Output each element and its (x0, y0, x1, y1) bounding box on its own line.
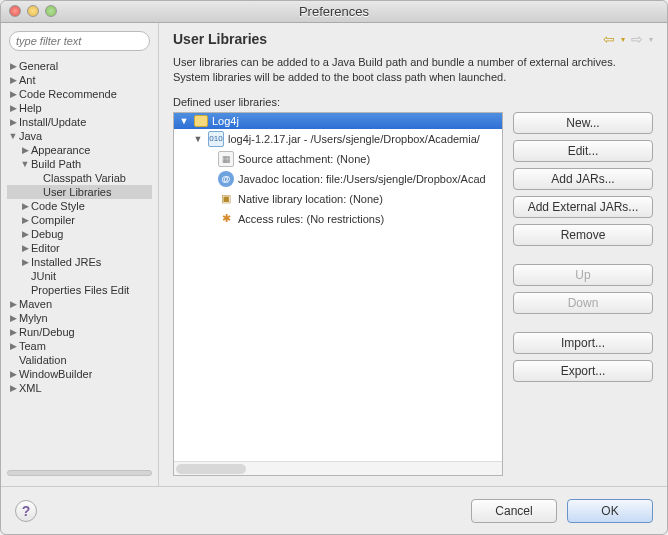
javadoc-row[interactable]: @ Javadoc location: file:/Users/sjengle/… (174, 169, 502, 189)
tree-item[interactable]: ▶XML (7, 381, 152, 395)
access-icon: ✱ (218, 211, 234, 227)
tree-item-label: JUnit (31, 270, 56, 282)
library-name: Log4j (212, 115, 239, 127)
new-button[interactable]: New... (513, 112, 653, 134)
disclosure-icon[interactable]: ▼ (178, 116, 190, 126)
disclosure-icon[interactable]: ▶ (7, 327, 19, 337)
tree-item[interactable]: ▶Ant (7, 73, 152, 87)
library-root[interactable]: ▼ Log4j (174, 113, 502, 129)
tree-item[interactable]: Classpath Variab (7, 171, 152, 185)
tree-item[interactable]: Properties Files Edit (7, 283, 152, 297)
disclosure-icon[interactable]: ▶ (7, 369, 19, 379)
up-button[interactable]: Up (513, 264, 653, 286)
access-row[interactable]: ✱ Access rules: (No restrictions) (174, 209, 502, 229)
tree-item[interactable]: ▶Maven (7, 297, 152, 311)
disclosure-icon[interactable]: ▼ (192, 134, 204, 144)
nav-history: ⇦▾ ⇨▾ (603, 31, 653, 47)
disclosure-icon[interactable]: ▶ (7, 61, 19, 71)
main: ▶General▶Ant▶Code Recommende▶Help▶Instal… (1, 23, 667, 486)
access-label: Access rules: (No restrictions) (238, 213, 384, 225)
disclosure-icon[interactable]: ▼ (7, 131, 19, 141)
disclosure-icon[interactable]: ▶ (7, 89, 19, 99)
tree-item[interactable]: ▶Install/Update (7, 115, 152, 129)
help-icon[interactable]: ? (15, 500, 37, 522)
tree-item[interactable]: ▶WindowBuilder (7, 367, 152, 381)
tree-item-label: Maven (19, 298, 52, 310)
disclosure-icon[interactable]: ▶ (7, 103, 19, 113)
back-menu-icon[interactable]: ▾ (621, 35, 625, 44)
tree-item[interactable]: ▶Editor (7, 241, 152, 255)
close-icon[interactable] (9, 5, 21, 17)
tree-item[interactable]: ▶Team (7, 339, 152, 353)
button-column: New... Edit... Add JARs... Add External … (513, 112, 653, 476)
javadoc-icon: @ (218, 171, 234, 187)
edit-button[interactable]: Edit... (513, 140, 653, 162)
forward-menu-icon[interactable]: ▾ (649, 35, 653, 44)
tree-item-label: Code Style (31, 200, 85, 212)
tree-item[interactable]: Validation (7, 353, 152, 367)
forward-icon[interactable]: ⇨ (631, 31, 643, 47)
ok-button[interactable]: OK (567, 499, 653, 523)
tree-item[interactable]: User Libraries (7, 185, 152, 199)
window-title: Preferences (299, 4, 369, 19)
libraries-list[interactable]: ▼ Log4j ▼ 010 log4j-1.2.17.jar - /Users/… (173, 112, 503, 476)
tree-item[interactable]: ▶Help (7, 101, 152, 115)
filter-wrap (9, 31, 150, 51)
tree-item[interactable]: ▶Run/Debug (7, 325, 152, 339)
tree-item-label: Build Path (31, 158, 81, 170)
sidebar-scrollbar[interactable] (1, 460, 158, 486)
disclosure-icon[interactable]: ▶ (7, 75, 19, 85)
cancel-button[interactable]: Cancel (471, 499, 557, 523)
back-icon[interactable]: ⇦ (603, 31, 615, 47)
disclosure-icon[interactable]: ▼ (19, 159, 31, 169)
tree-item[interactable]: ▶Mylyn (7, 311, 152, 325)
source-attachment-row[interactable]: ▦ Source attachment: (None) (174, 149, 502, 169)
tree-item[interactable]: ▶Code Recommende (7, 87, 152, 101)
minimize-icon[interactable] (27, 5, 39, 17)
tree-item-label: General (19, 60, 58, 72)
tree-item-label: Install/Update (19, 116, 86, 128)
tree-item-label: Validation (19, 354, 67, 366)
tree-item[interactable]: JUnit (7, 269, 152, 283)
disclosure-icon[interactable]: ▶ (19, 145, 31, 155)
disclosure-icon[interactable]: ▶ (7, 383, 19, 393)
filter-input[interactable] (9, 31, 150, 51)
down-button[interactable]: Down (513, 292, 653, 314)
tree-item[interactable]: ▶Code Style (7, 199, 152, 213)
tree-item-label: Editor (31, 242, 60, 254)
add-external-jars-button[interactable]: Add External JARs... (513, 196, 653, 218)
libraries-hscroll[interactable] (174, 461, 502, 475)
titlebar: Preferences (1, 1, 667, 23)
import-button[interactable]: Import... (513, 332, 653, 354)
add-jars-button[interactable]: Add JARs... (513, 168, 653, 190)
disclosure-icon[interactable]: ▶ (7, 299, 19, 309)
disclosure-icon[interactable]: ▶ (19, 229, 31, 239)
tree-item[interactable]: ▶Appearance (7, 143, 152, 157)
native-row[interactable]: ▣ Native library location: (None) (174, 189, 502, 209)
javadoc-label: Javadoc location: file:/Users/sjengle/Dr… (238, 173, 486, 185)
disclosure-icon[interactable]: ▶ (19, 201, 31, 211)
preferences-tree[interactable]: ▶General▶Ant▶Code Recommende▶Help▶Instal… (1, 59, 158, 460)
disclosure-icon[interactable]: ▶ (19, 215, 31, 225)
tree-item[interactable]: ▶Debug (7, 227, 152, 241)
content: User Libraries ⇦▾ ⇨▾ User libraries can … (159, 23, 667, 486)
tree-item[interactable]: ▼Java (7, 129, 152, 143)
tree-item[interactable]: ▶Compiler (7, 213, 152, 227)
disclosure-icon[interactable]: ▶ (19, 257, 31, 267)
tree-item-label: Code Recommende (19, 88, 117, 100)
export-button[interactable]: Export... (513, 360, 653, 382)
disclosure-icon[interactable]: ▶ (7, 313, 19, 323)
tree-item[interactable]: ▶Installed JREs (7, 255, 152, 269)
tree-item[interactable]: ▼Build Path (7, 157, 152, 171)
native-icon: ▣ (218, 191, 234, 207)
tree-item-label: Classpath Variab (43, 172, 126, 184)
jar-row[interactable]: ▼ 010 log4j-1.2.17.jar - /Users/sjengle/… (174, 129, 502, 149)
disclosure-icon[interactable]: ▶ (7, 117, 19, 127)
tree-item-label: Compiler (31, 214, 75, 226)
disclosure-icon[interactable]: ▶ (7, 341, 19, 351)
zoom-icon[interactable] (45, 5, 57, 17)
remove-button[interactable]: Remove (513, 224, 653, 246)
page-title: User Libraries (173, 31, 603, 47)
disclosure-icon[interactable]: ▶ (19, 243, 31, 253)
tree-item[interactable]: ▶General (7, 59, 152, 73)
